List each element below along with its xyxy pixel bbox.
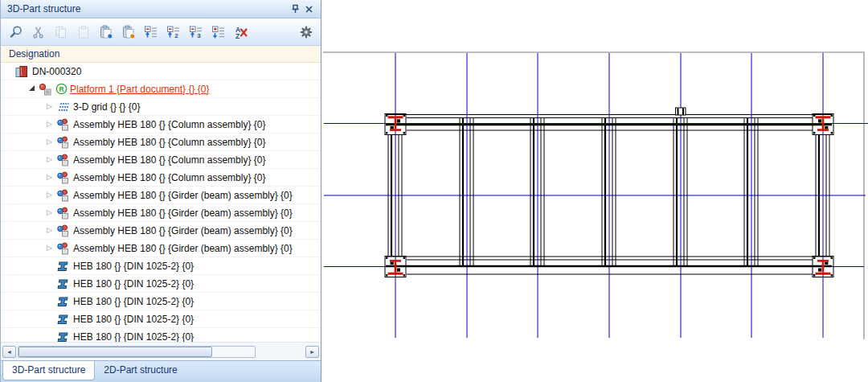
tree-row-assembly[interactable]: ▷ Assembly HEB 180 {} {Girder (beam) ass… — [1, 204, 321, 222]
tree-row-assembly[interactable]: ▷ Assembly HEB 180 {} {Girder (beam) ass… — [1, 222, 321, 240]
assembly-icon — [56, 207, 69, 220]
svg-text:3: 3 — [197, 32, 201, 39]
tree-item-label: Assembly HEB 180 {} {Girder (beam) assem… — [73, 190, 297, 201]
copy-icon[interactable] — [51, 22, 71, 42]
svg-text:R: R — [59, 85, 63, 93]
tree-row-beam[interactable]: HEB 180 {} {DIN 1025-2} {0} — [1, 310, 321, 328]
assembly-icon — [56, 224, 69, 237]
platform-assembly-icon — [39, 83, 51, 96]
sort-off-icon[interactable]: A Z — [231, 22, 251, 42]
svg-text:Z: Z — [235, 31, 240, 39]
tree-item-label: Assembly HEB 180 {} {Girder (beam) assem… — [73, 243, 297, 254]
tree-row-assembly[interactable]: ▷ Assembly HEB 180 {} {Girder (beam) ass… — [1, 187, 321, 204]
document-icon — [15, 65, 28, 78]
tree-row-platform[interactable]: R Platform 1 {Part document} {} {0} — [1, 80, 321, 98]
insert-from-clipboard-icon[interactable] — [96, 22, 116, 42]
panel-tabbar: 3D-Part structure 2D-Part structure — [1, 360, 321, 382]
collapsed-arrow-icon[interactable]: ▷ — [43, 204, 56, 221]
grid-lines — [324, 53, 868, 338]
tree-item-label: HEB 180 {} {DIN 1025-2} {0} — [73, 314, 199, 325]
tree-row-drawing[interactable]: DN-000320 — [1, 63, 321, 80]
tree-row-assembly[interactable]: ▷ Assembly HEB 180 {} {Column assembly} … — [1, 133, 321, 151]
collapsed-arrow-icon[interactable]: ▷ — [43, 133, 56, 150]
paste-icon[interactable] — [73, 22, 93, 42]
horizontal-scrollbar[interactable]: ◄ ► — [1, 342, 321, 360]
tab-2d-part-structure[interactable]: 2D-Part structure — [95, 361, 186, 380]
assembly-icon — [56, 171, 69, 184]
svg-text:2: 2 — [174, 32, 178, 39]
pin-icon[interactable] — [289, 2, 302, 16]
tree-item-label: Assembly HEB 180 {} {Column assembly} {0… — [73, 172, 270, 183]
beam-profile-icon — [56, 260, 69, 273]
panel-title: 3D-Part structure — [7, 3, 289, 14]
part-structure-tree: DN-000320 R Platform 1 {Part document} {… — [1, 63, 321, 342]
tree-row-assembly[interactable]: ▷ Assembly HEB 180 {} {Column assembly} … — [1, 116, 321, 133]
assembly-icon — [56, 242, 69, 255]
tree-item-label: HEB 180 {} {DIN 1025-2} {0} — [73, 331, 199, 343]
tree-item-label: Assembly HEB 180 {} {Column assembly} {0… — [73, 137, 270, 148]
collapsed-arrow-icon[interactable]: ▷ — [43, 169, 56, 186]
tree-row-assembly[interactable]: ▷ Assembly HEB 180 {} {Column assembly} … — [1, 169, 321, 187]
tree-item-label: Assembly HEB 180 {} {Girder (beam) assem… — [73, 207, 297, 219]
insert-from-clipboard-active-icon[interactable] — [118, 22, 138, 42]
settings-gear-icon[interactable] — [296, 22, 316, 42]
tree-row-beam[interactable]: HEB 180 {} {DIN 1025-2} {0} — [1, 293, 321, 310]
collapsed-arrow-icon[interactable]: ▷ — [43, 98, 56, 115]
scroll-left-icon[interactable]: ◄ — [2, 346, 16, 358]
tree-item-label: HEB 180 {} {DIN 1025-2} {0} — [73, 261, 199, 272]
tree-toolbar: 2 3 — [1, 18, 321, 46]
tree-item-label: Assembly HEB 180 {} {Column assembly} {0… — [73, 154, 270, 166]
referenced-badge-icon: R — [55, 83, 68, 95]
assembly-icon — [56, 154, 69, 166]
assembly-icon — [56, 136, 69, 149]
find-part-icon[interactable] — [6, 22, 26, 42]
collapse-to-level-2-icon[interactable]: 2 — [163, 22, 183, 42]
tree-row-assembly[interactable]: ▷ Assembly HEB 180 {} {Column assembly} … — [1, 151, 321, 169]
scrollbar-track[interactable] — [18, 346, 256, 358]
cut-icon[interactable] — [28, 22, 48, 42]
tree-row-beam[interactable]: HEB 180 {} {DIN 1025-2} {0} — [1, 275, 321, 293]
collapse-all-icon[interactable] — [141, 22, 161, 42]
collapsed-arrow-icon[interactable]: ▷ — [43, 151, 56, 168]
plan-view-drawing[interactable] — [321, 0, 868, 382]
expanded-arrow-icon[interactable] — [25, 80, 39, 97]
scroll-right-icon[interactable]: ► — [305, 346, 319, 358]
beam-profile-icon — [56, 331, 69, 343]
collapse-to-level-3-icon[interactable]: 3 — [186, 22, 206, 42]
tree-item-label: DN-000320 — [32, 66, 86, 77]
grid-3d-icon — [56, 101, 69, 113]
assembly-icon — [56, 118, 69, 131]
collapsed-arrow-icon[interactable]: ▷ — [43, 222, 56, 239]
tree-row-assembly[interactable]: ▷ Assembly HEB 180 {} {Girder (beam) ass… — [1, 240, 321, 257]
tab-3d-part-structure[interactable]: 3D-Part structure — [2, 361, 95, 380]
tree-item-label: Assembly HEB 180 {} {Girder (beam) assem… — [73, 225, 297, 236]
tree-row-beam[interactable]: HEB 180 {} {DIN 1025-2} {0} — [1, 328, 321, 342]
designation-column-header[interactable]: Designation — [1, 46, 321, 63]
part-structure-panel: 3D-Part structure — [0, 0, 321, 382]
application-window: 3D-Part structure — [0, 0, 868, 382]
close-icon[interactable] — [302, 2, 316, 16]
tree-item-label: Platform 1 {Part document} {} {0} — [70, 84, 214, 95]
drawing-viewport[interactable] — [321, 0, 868, 382]
beam-profile-icon — [56, 277, 69, 290]
collapsed-arrow-icon[interactable]: ▷ — [43, 116, 56, 133]
collapsed-arrow-icon[interactable]: ▷ — [43, 240, 56, 257]
tree-item-label: 3-D grid {} {} {0} — [73, 101, 145, 113]
beam-profile-icon — [56, 313, 69, 326]
tree-row-grid[interactable]: ▷ 3-D grid {} {} {0} — [1, 98, 321, 116]
tree-item-label: HEB 180 {} {DIN 1025-2} {0} — [73, 278, 199, 290]
collapsed-arrow-icon[interactable]: ▷ — [43, 187, 56, 203]
scrollbar-thumb[interactable] — [18, 347, 212, 357]
panel-titlebar[interactable]: 3D-Part structure — [1, 0, 321, 18]
tree-item-label: HEB 180 {} {DIN 1025-2} {0} — [73, 296, 199, 307]
tree-item-label: Assembly HEB 180 {} {Column assembly} {0… — [73, 119, 270, 130]
beam-profile-icon — [56, 295, 69, 308]
tree-row-beam[interactable]: HEB 180 {} {DIN 1025-2} {0} — [1, 257, 321, 275]
expand-all-icon[interactable] — [208, 22, 228, 42]
assembly-icon — [56, 189, 69, 202]
